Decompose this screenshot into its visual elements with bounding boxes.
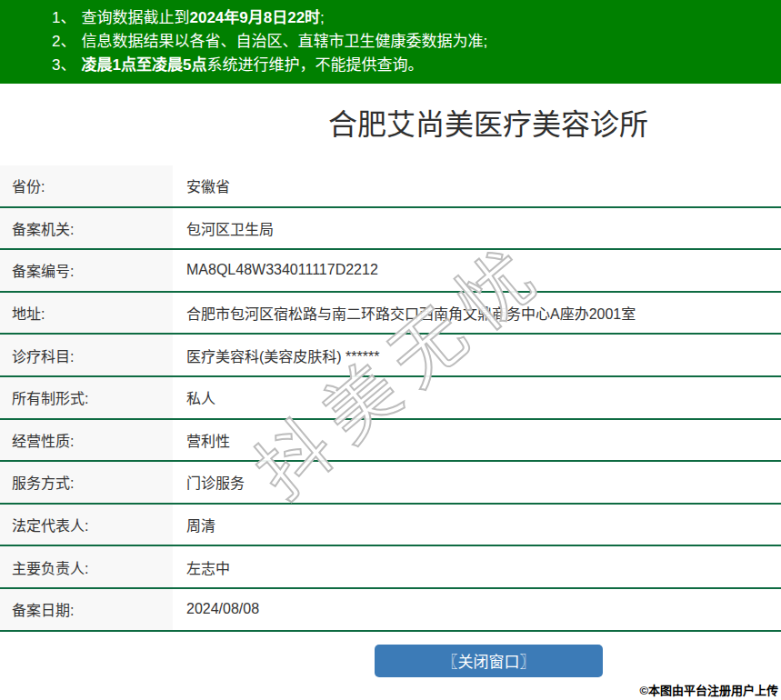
notice-banner: 1、查询数据截止到2024年9月8日22时; 2、信息数据结果以各省、自治区、直… — [0, 0, 781, 84]
table-row-province: 省份: 安徽省 — [0, 165, 781, 208]
row-label: 省份: — [0, 165, 173, 206]
info-table: 省份: 安徽省 备案机关: 包河区卫生局 备案编号: MA8QL48W33401… — [0, 165, 781, 632]
close-window-button[interactable]: 〖关闭窗口〗 — [375, 645, 603, 677]
table-row-main-person-in-charge: 主要负责人: 左志中 — [0, 546, 781, 589]
notice-line-2: 2、信息数据结果以各省、自治区、直辖市卫生健康委数据为准; — [52, 30, 772, 54]
row-label: 诊疗科目: — [0, 335, 173, 375]
row-value: 安徽省 — [173, 165, 781, 206]
table-row-address: 地址: 合肥市包河区宿松路与南二环路交口西南角文鼎商务中心A座办2001室 — [0, 293, 781, 335]
row-value: 门诊服务 — [173, 462, 781, 503]
row-value: MA8QL48W334011117D2212 — [173, 250, 781, 291]
row-value: 周清 — [173, 505, 781, 545]
notice-line-1: 1、查询数据截止到2024年9月8日22时; — [52, 6, 772, 30]
row-value: 合肥市包河区宿松路与南二环路交口西南角文鼎商务中心A座办2001室 — [173, 293, 781, 334]
table-row-filing-number: 备案编号: MA8QL48W334011117D2212 — [0, 250, 781, 293]
row-value: 医疗美容科(美容皮肤科) ****** — [173, 335, 781, 375]
table-row-service-mode: 服务方式: 门诊服务 — [0, 462, 781, 505]
notice-text: ; — [320, 9, 325, 26]
row-label: 地址: — [0, 293, 173, 334]
notice-text-bold: 2024年9月8日22时 — [189, 9, 320, 26]
table-row-filing-authority: 备案机关: 包河区卫生局 — [0, 208, 781, 251]
row-label: 经营性质: — [0, 420, 173, 461]
notice-number: 1、 — [52, 9, 75, 26]
row-label: 备案日期: — [0, 589, 173, 630]
notice-number: 3、 — [52, 56, 75, 74]
button-row: 〖关闭窗口〗 — [0, 645, 781, 677]
row-value: 包河区卫生局 — [173, 208, 781, 249]
row-label: 主要负责人: — [0, 546, 173, 587]
notice-number: 2、 — [52, 33, 75, 50]
row-label: 服务方式: — [0, 462, 173, 503]
row-label: 法定代表人: — [0, 505, 173, 545]
notice-text: 查询数据截止到 — [81, 9, 189, 26]
notice-text: 信息数据结果以各省、自治区、直辖市卫生健康委数据为准; — [81, 33, 487, 50]
notice-line-3: 3、凌晨1点至凌晨5点系统进行维护，不能提供查询。 — [52, 54, 772, 77]
row-label: 备案机关: — [0, 208, 173, 249]
row-value: 私人 — [173, 377, 781, 418]
table-row-legal-representative: 法定代表人: 周清 — [0, 505, 781, 547]
notice-text-bold: 凌晨1点至凌晨5点 — [81, 56, 206, 74]
table-row-ownership: 所有制形式: 私人 — [0, 377, 781, 420]
table-row-filing-date: 备案日期: 2024/08/08 — [0, 589, 781, 632]
page-title: 合肥艾尚美医疗美容诊所 — [195, 84, 781, 165]
table-row-business-nature: 经营性质: 营利性 — [0, 420, 781, 463]
row-value: 左志中 — [173, 546, 781, 587]
notice-text: 系统进行维护，不能提供查询。 — [206, 56, 423, 74]
row-label: 备案编号: — [0, 250, 173, 291]
row-value: 2024/08/08 — [173, 589, 781, 630]
row-value: 营利性 — [173, 420, 781, 461]
table-row-medical-subjects: 诊疗科目: 医疗美容科(美容皮肤科) ****** — [0, 335, 781, 377]
row-label: 所有制形式: — [0, 377, 173, 418]
copyright-watermark: ©本图由平台注册用户上传 — [639, 681, 778, 698]
